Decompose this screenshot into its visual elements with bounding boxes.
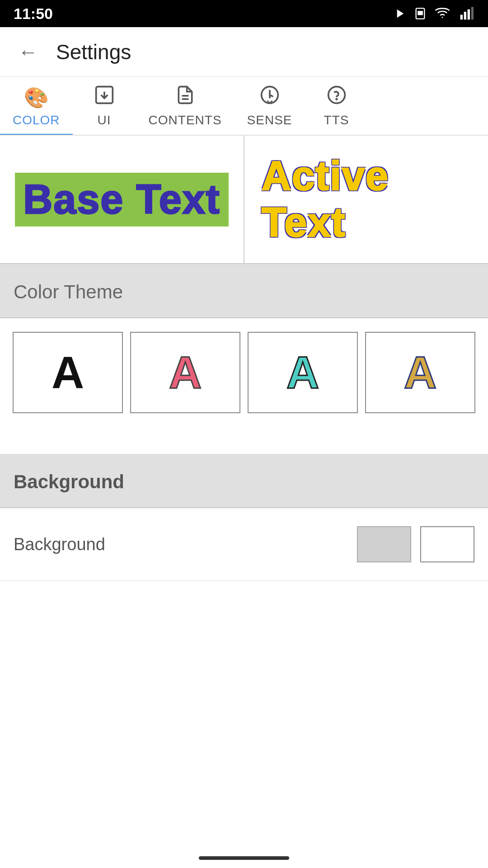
wifi-icon	[434, 6, 451, 21]
clock-download-icon	[260, 85, 280, 109]
play-icon	[392, 6, 407, 21]
tab-sense-label: SENSE	[247, 113, 292, 127]
theme-option-black[interactable]: A	[13, 332, 123, 413]
svg-point-12	[328, 87, 345, 104]
tab-bar: 🎨 COLOR UI CONTENTS SENSE TTS	[0, 77, 488, 136]
background-title: Background	[14, 471, 124, 492]
back-button[interactable]: ←	[14, 36, 42, 68]
tab-tts-label: TTS	[324, 113, 349, 127]
svg-rect-4	[468, 9, 470, 20]
svg-rect-5	[471, 7, 474, 19]
download-box-icon	[94, 85, 114, 109]
status-time: 11:50	[14, 5, 53, 23]
theme-option-teal[interactable]: A	[248, 332, 358, 413]
document-icon	[175, 85, 195, 109]
base-text-preview[interactable]: Base Text	[0, 136, 244, 263]
tab-color-label: COLOR	[13, 113, 60, 127]
preview-section: Base Text Active Text	[0, 136, 488, 264]
status-bar: 11:50	[0, 0, 488, 27]
sim-icon	[414, 6, 427, 21]
hearing-icon	[327, 85, 347, 109]
background-section-header: Background	[0, 454, 488, 508]
active-text-preview[interactable]: Active Text	[244, 136, 488, 263]
palette-icon: 🎨	[24, 86, 49, 109]
background-swatch-gray[interactable]	[357, 526, 411, 562]
header: ← Settings	[0, 27, 488, 77]
theme-letter-teal: A	[286, 347, 319, 399]
page-title: Settings	[56, 40, 131, 64]
theme-letter-black: A	[52, 347, 84, 399]
color-theme-section-header: Color Theme	[0, 264, 488, 318]
svg-rect-1	[418, 11, 423, 15]
tab-contents[interactable]: CONTENTS	[136, 77, 235, 135]
theme-option-pink[interactable]: A	[130, 332, 240, 413]
base-text-display: Base Text	[15, 173, 229, 226]
bottom-nav-indicator	[199, 856, 289, 860]
svg-rect-2	[460, 15, 463, 20]
tab-contents-label: CONTENTS	[149, 113, 222, 127]
active-text-display: Active Text	[253, 149, 479, 250]
theme-letter-gold: A	[404, 347, 436, 399]
background-label: Background	[14, 535, 105, 554]
background-item: Background	[0, 508, 488, 581]
status-icons	[392, 6, 474, 21]
svg-point-13	[336, 99, 337, 99]
tab-color[interactable]: 🎨 COLOR	[0, 78, 73, 135]
background-swatch-white[interactable]	[420, 526, 474, 562]
color-theme-title: Color Theme	[14, 281, 123, 302]
color-theme-grid: A A A A	[0, 318, 488, 427]
tab-tts[interactable]: TTS	[305, 77, 368, 135]
theme-letter-pink: A	[169, 347, 202, 399]
signal-icon	[458, 6, 474, 21]
tab-ui[interactable]: UI	[73, 77, 136, 135]
theme-option-gold[interactable]: A	[365, 332, 475, 413]
svg-rect-3	[464, 12, 466, 19]
tab-ui-label: UI	[98, 113, 111, 127]
background-section: Background Background	[0, 454, 488, 581]
tab-sense[interactable]: SENSE	[235, 77, 305, 135]
